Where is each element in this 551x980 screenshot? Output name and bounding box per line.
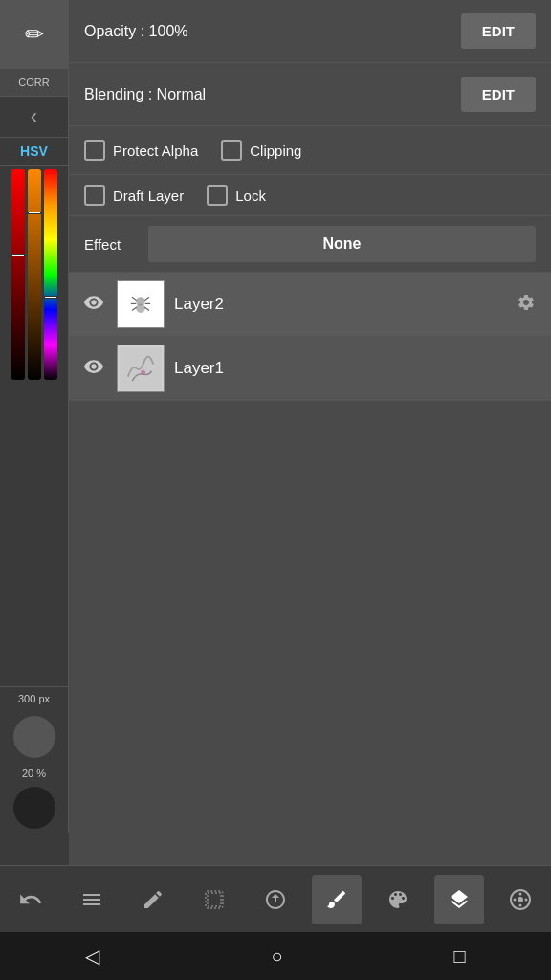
lock-box[interactable] (207, 185, 228, 206)
main-panel: Opacity : 100% EDIT Blending : Normal ED… (69, 0, 551, 980)
brush-opacity-label: 20 % (22, 764, 46, 783)
svg-line-7 (144, 307, 149, 311)
menu-tool-button[interactable] (67, 875, 117, 924)
red-slider[interactable] (11, 169, 25, 380)
layer1-visibility-toggle[interactable] (80, 356, 107, 382)
svg-point-1 (136, 303, 145, 313)
layer2-name: Layer2 (174, 295, 503, 314)
clipping-box[interactable] (221, 140, 242, 161)
effect-row: Effect None (69, 216, 551, 273)
layers-tool-button[interactable] (434, 875, 484, 924)
layer1-thumbnail (117, 345, 165, 392)
tool-bar (0, 865, 551, 932)
checkbox-row-1: Protect Alpha Clipping (69, 126, 551, 175)
layer2-thumbnail (117, 280, 165, 328)
svg-point-14 (519, 892, 522, 895)
brush-size-knob[interactable] (13, 716, 55, 758)
opacity-label: Opacity : 100% (84, 23, 188, 40)
svg-line-3 (144, 297, 149, 301)
lock-checkbox[interactable]: Lock (207, 185, 266, 206)
layer2-visibility-toggle[interactable] (80, 292, 107, 318)
android-back-button[interactable]: ◁ (85, 945, 99, 968)
lock-label: Lock (235, 188, 266, 204)
draft-layer-checkbox[interactable]: Draft Layer (84, 185, 184, 206)
svg-line-6 (132, 307, 137, 311)
color-sliders[interactable] (0, 166, 68, 686)
svg-point-9 (141, 370, 145, 375)
svg-point-11 (518, 897, 523, 902)
protect-alpha-label: Protect Alpha (113, 143, 198, 159)
blending-row: Blending : Normal EDIT (69, 63, 551, 126)
android-nav-bar: ◁ ○ □ (0, 932, 551, 980)
android-recent-button[interactable]: □ (453, 946, 465, 968)
layers-list: Layer2 Layer1 (69, 273, 551, 916)
blending-label: Blending : Normal (84, 86, 206, 103)
checkbox-row-2: Draft Layer Lock (69, 175, 551, 216)
layer2-settings-button[interactable] (513, 293, 540, 317)
svg-point-15 (519, 903, 522, 906)
left-sidebar: ✏ CORR ‹ HSV 300 px 20 % (0, 0, 69, 833)
sidebar-top-icon[interactable]: ✏ (0, 0, 68, 69)
color-tool-button[interactable] (373, 875, 423, 924)
sidebar-hsv-label: HSV (0, 138, 68, 166)
pencil-icon: ✏ (25, 21, 44, 48)
draft-layer-label: Draft Layer (113, 188, 184, 204)
opacity-edit-button[interactable]: EDIT (461, 13, 536, 49)
clipping-label: Clipping (250, 143, 301, 159)
sidebar-corr-btn[interactable]: CORR (0, 69, 68, 97)
transform-tool-button[interactable] (251, 875, 300, 924)
effect-label: Effect (84, 236, 137, 253)
svg-point-13 (525, 898, 528, 901)
blending-edit-button[interactable]: EDIT (461, 77, 536, 112)
draft-layer-box[interactable] (84, 185, 105, 206)
protect-alpha-box[interactable] (84, 140, 105, 161)
sidebar-arrow-btn[interactable]: ‹ (0, 97, 68, 138)
svg-line-2 (132, 297, 137, 301)
brush-size-label: 300 px (0, 686, 68, 710)
protect-alpha-checkbox[interactable]: Protect Alpha (84, 140, 198, 161)
select-tool-button[interactable] (189, 875, 239, 924)
effect-value[interactable]: None (148, 226, 536, 262)
layer-item[interactable]: Layer1 (69, 337, 551, 401)
android-home-button[interactable]: ○ (271, 946, 282, 968)
edit-tool-button[interactable] (128, 875, 178, 924)
svg-point-12 (514, 898, 517, 901)
settings-tool-button[interactable] (496, 875, 545, 924)
opacity-row: Opacity : 100% EDIT (69, 0, 551, 63)
hue-slider[interactable] (44, 169, 57, 380)
brush-opacity-knob[interactable] (13, 787, 55, 829)
clipping-checkbox[interactable]: Clipping (221, 140, 301, 161)
layer1-name: Layer1 (174, 359, 540, 378)
brush-tool-button[interactable] (312, 875, 362, 924)
layer-item[interactable]: Layer2 (69, 273, 551, 337)
undo-button[interactable] (6, 875, 55, 924)
orange-slider[interactable] (28, 169, 41, 380)
